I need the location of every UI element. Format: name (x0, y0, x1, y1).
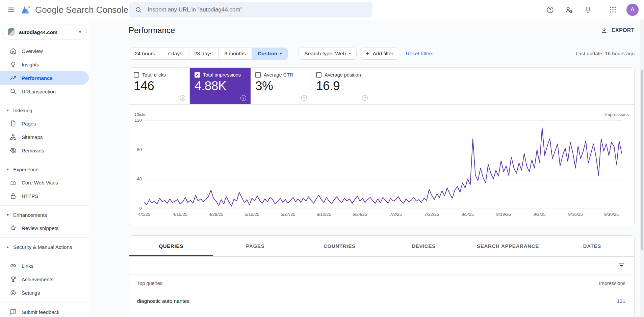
sidebar-section-label: Security & Manual Actions (13, 244, 72, 250)
site-favicon (8, 28, 15, 36)
table-tabs: QUERIES PAGES COUNTRIES DEVICES SEARCH A… (129, 236, 634, 257)
chip-custom[interactable]: Custom▾ (252, 48, 288, 60)
metric-cards-row: Total clicks 146 ? Total impressions 4.8… (129, 68, 634, 105)
help-icon[interactable]: ? (362, 95, 368, 101)
tab-countries[interactable]: COUNTRIES (298, 236, 382, 256)
performance-chart-panel: Total clicks 146 ? Total impressions 4.8… (129, 67, 635, 226)
x-tick-label: 7/8/25 (390, 212, 402, 217)
sidebar-item-label: Insights (22, 62, 39, 67)
metric-checkbox[interactable] (316, 72, 321, 78)
url-inspection-searchbar[interactable] (129, 2, 372, 18)
filter-list-icon[interactable] (617, 261, 625, 269)
chip-28-days[interactable]: 28 days (188, 48, 218, 60)
chevron-right-icon: ▸ (5, 244, 10, 249)
lock-icon (9, 192, 17, 200)
app-title: Google Search Console (35, 5, 128, 15)
impressions-cell: 131 (617, 298, 625, 304)
metric-label: Average position (325, 72, 361, 78)
metric-checkbox[interactable] (255, 72, 261, 78)
sidebar-item-insights[interactable]: Insights (0, 58, 89, 71)
performance-chart-icon (9, 74, 17, 82)
sidebar-item-label: Overview (22, 48, 43, 54)
apps-grid-icon[interactable] (606, 3, 620, 17)
notifications-bell-icon[interactable] (581, 3, 595, 17)
metrics-spacer (372, 68, 634, 104)
sidebar-item-removals[interactable]: Removals (0, 144, 89, 157)
x-tick-label: 9/16/25 (568, 212, 583, 217)
sidebar-item-sitemaps[interactable]: Sitemaps (0, 130, 89, 144)
impressions-header[interactable]: Impressions (599, 281, 625, 286)
x-tick-label: 7/22/25 (424, 212, 439, 217)
help-icon[interactable]: ? (301, 95, 307, 101)
link-icon (9, 262, 17, 269)
sidebar-section-enhancements[interactable]: ▾ Enhancements (0, 208, 89, 221)
export-button[interactable]: EXPORT (600, 27, 635, 34)
metric-card-total-clicks[interactable]: Total clicks 146 ? (129, 68, 190, 104)
star-icon (9, 224, 17, 232)
metric-value: 3% (255, 79, 306, 93)
tab-queries[interactable]: QUERIES (129, 236, 213, 256)
table-filter-row (129, 257, 634, 275)
sidebar-item-settings[interactable]: Settings (0, 286, 89, 299)
divider (0, 256, 89, 256)
x-tick-label: 4/15/25 (173, 212, 187, 217)
topbar: Google Search Console A (0, 0, 644, 20)
sidebar-section-indexing[interactable]: ▾ Indexing (0, 104, 89, 117)
tab-search-appearance[interactable]: SEARCH APPEARANCE (466, 236, 550, 256)
help-icon[interactable]: ? (240, 95, 246, 101)
search-type-chip[interactable]: Search type: Web ▾ (299, 48, 356, 60)
sidebar-item-overview[interactable]: Overview (0, 44, 89, 58)
sidebar-section-experience[interactable]: ▾ Experience (0, 163, 89, 176)
trophy-icon (9, 276, 17, 283)
avatar[interactable]: A (626, 4, 639, 16)
sidebar-item-label: Performance (22, 75, 53, 81)
metric-checkbox[interactable] (134, 72, 139, 78)
sidebar-section-security-manual-actions[interactable]: ▸ Security & Manual Actions (0, 240, 89, 253)
table-row[interactable]: diagnostic auto 245 (129, 310, 634, 317)
sidebar-item-submit-feedback[interactable]: Submit feedback (0, 305, 89, 317)
sidebar-item-label: HTTPS (22, 193, 38, 199)
sidebar-item-review-snippets[interactable]: Review snippets (0, 221, 89, 235)
chip-7-days[interactable]: 7 days (161, 48, 188, 60)
sidebar-item-https[interactable]: HTTPS (0, 189, 89, 203)
table-row[interactable]: diagnostic auto nantes 131 (129, 292, 634, 310)
y-tick-label: 120 (129, 118, 142, 123)
sidebar-item-pages[interactable]: Pages (0, 117, 89, 130)
sidebar-item-label: Settings (22, 290, 40, 296)
metric-checkbox[interactable] (195, 72, 200, 78)
scrollbar-thumb[interactable] (641, 70, 643, 250)
help-icon[interactable] (543, 3, 557, 17)
tab-pages[interactable]: PAGES (213, 236, 297, 256)
sidebar-item-url-inspection[interactable]: URL inspection (0, 85, 89, 98)
sidebar-item-achievements[interactable]: Achievements (0, 272, 89, 286)
sidebar-section-label: Enhancements (13, 212, 47, 218)
reset-filters-link[interactable]: Reset filters (406, 51, 434, 57)
url-inspect-input[interactable] (147, 6, 366, 13)
search-icon (135, 6, 142, 13)
sitemaps-tree-icon (9, 133, 17, 141)
sidebar-item-performance[interactable]: Performance (0, 71, 89, 85)
sidebar: autodiag44.com ▾ Overview Insights Perfo… (0, 20, 89, 317)
tab-dates[interactable]: DATES (550, 236, 634, 256)
metric-value: 4.88K (195, 79, 246, 93)
metric-card-average-ctr[interactable]: Average CTR 3% ? (251, 68, 311, 104)
sidebar-item-core-web-vitals[interactable]: Core Web Vitals (0, 176, 89, 189)
metric-card-total-impressions[interactable]: Total impressions 4.88K ? (190, 68, 251, 104)
manage-accounts-icon[interactable] (562, 3, 576, 17)
pages-icon (9, 120, 17, 127)
app-logo: Google Search Console (21, 5, 128, 15)
chip-3-months[interactable]: 3 months (218, 48, 252, 60)
chip-24-hours[interactable]: 24 hours (129, 48, 161, 60)
x-tick-label: 9/2/25 (534, 212, 546, 217)
plot-region[interactable] (144, 120, 622, 208)
help-icon[interactable]: ? (180, 95, 185, 101)
divider (0, 160, 89, 160)
add-filter-chip[interactable]: + Add filter (360, 48, 399, 60)
menu-icon[interactable] (3, 2, 19, 18)
tab-devices[interactable]: DEVICES (382, 236, 466, 256)
metric-card-average-position[interactable]: Average position 16.9 ? (311, 68, 372, 104)
gauge-icon (9, 179, 17, 186)
property-selector[interactable]: autodiag44.com ▾ (2, 25, 87, 39)
sidebar-item-links[interactable]: Links (0, 259, 89, 272)
page-title: Performance (129, 26, 175, 35)
